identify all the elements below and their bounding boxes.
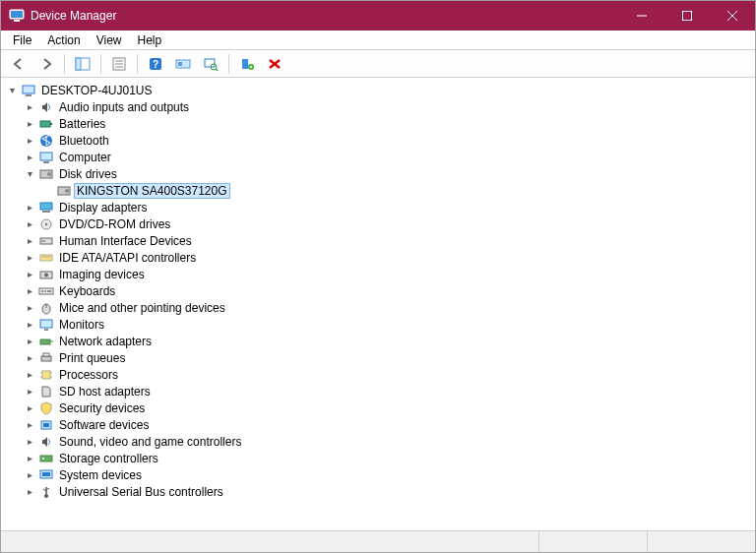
svg-rect-59 [43,353,49,356]
chevron-right-icon[interactable]: ▸ [23,385,36,399]
tree-item-bluetooth[interactable]: ▸ Bluetooth [21,132,753,149]
chevron-right-icon[interactable]: ▸ [23,234,36,248]
tree-item-software[interactable]: ▸ Software devices [21,416,753,433]
tree-item-sd-host[interactable]: ▸ SD host adapters [21,383,753,399]
chevron-right-icon[interactable]: ▸ [23,284,36,298]
menu-file[interactable]: File [5,31,39,49]
menu-help[interactable]: Help [130,31,170,49]
usb-icon [38,484,54,500]
tree-item-keyboards[interactable]: ▸ Keyboards [21,282,753,299]
device-tree-pane[interactable]: ▾ DESKTOP-4UJ01US ▸ Audio inputs and out… [1,78,755,530]
chevron-down-icon[interactable]: ▾ [23,167,36,181]
tree-item-disk-drives[interactable]: ▾ Disk drives [21,165,753,182]
show-console-tree-button[interactable] [71,53,94,75]
chevron-right-icon[interactable]: ▸ [23,452,36,465]
chevron-right-icon[interactable]: ▸ [23,318,36,332]
chevron-right-icon[interactable]: ▸ [23,351,36,365]
cpu-icon [38,367,54,383]
forward-button[interactable] [34,53,58,75]
close-button[interactable] [710,1,755,31]
svg-rect-44 [40,255,52,261]
tree-item-sound[interactable]: ▸ Sound, video and game controllers [21,433,753,450]
chevron-right-icon[interactable]: ▸ [23,368,36,382]
svg-rect-56 [40,339,50,344]
svg-rect-54 [40,320,52,328]
svg-rect-8 [76,58,81,70]
computer-root-icon [21,83,36,98]
system-device-icon [38,467,54,483]
svg-rect-28 [40,121,50,127]
chevron-right-icon[interactable]: ▸ [23,268,36,281]
chevron-right-icon[interactable]: ▸ [23,435,36,449]
network-adapter-icon [38,334,54,349]
tree-item-computer[interactable]: ▸ Computer [21,149,753,165]
status-cell [1,531,538,552]
bluetooth-icon [38,133,54,149]
chevron-right-icon[interactable]: ▸ [23,217,36,231]
menu-view[interactable]: View [89,31,130,49]
svg-rect-66 [43,423,49,427]
maximize-button[interactable] [664,1,710,31]
chevron-right-icon[interactable]: ▸ [23,401,36,415]
svg-rect-70 [42,472,50,476]
toolbar: ? [1,50,755,78]
svg-point-71 [44,494,48,498]
monitor-icon [38,317,54,333]
status-cell [538,531,647,552]
tree-item-network[interactable]: ▸ Network adapters [21,333,753,349]
chevron-right-icon[interactable]: ▸ [23,335,36,348]
tree-item-audio[interactable]: ▸ Audio inputs and outputs [21,98,753,115]
camera-icon [38,267,54,282]
chevron-right-icon[interactable]: ▸ [23,251,36,265]
properties-button[interactable] [107,53,131,75]
chevron-right-icon[interactable]: ▸ [23,134,36,148]
speaker-icon [38,434,54,450]
speaker-icon [38,99,54,115]
tree-item-mice[interactable]: ▸ Mice and other pointing devices [21,299,753,316]
svg-rect-55 [44,329,48,331]
chevron-right-icon[interactable]: ▸ [23,468,36,482]
chevron-right-icon[interactable]: ▸ [23,100,36,114]
update-driver-button[interactable] [171,53,195,75]
disk-drive-icon [38,166,54,182]
svg-rect-26 [23,86,34,93]
chevron-right-icon[interactable]: ▸ [23,151,36,164]
tree-item-batteries[interactable]: ▸ Batteries [21,115,753,132]
tree-item-dvd[interactable]: ▸ DVD/CD-ROM drives [21,215,753,232]
svg-rect-37 [40,203,52,210]
chevron-right-icon[interactable]: ▸ [23,485,36,499]
disable-device-button[interactable] [263,53,286,75]
tree-item-monitors[interactable]: ▸ Monitors [21,316,753,333]
printer-icon [38,350,54,366]
tree-item-display[interactable]: ▸ Display adapters [21,199,753,215]
back-button[interactable] [7,53,31,75]
svg-rect-4 [683,12,692,21]
minimize-button[interactable] [619,1,664,31]
tree-item-ide[interactable]: ▸ IDE ATA/ATAPI controllers [21,249,753,266]
help-button[interactable]: ? [144,53,167,75]
tree-item-processors[interactable]: ▸ Processors [21,366,753,383]
svg-rect-16 [178,62,182,66]
tree-item-disk-kingston[interactable]: ▸ KINGSTON SA400S37120G [38,182,753,199]
svg-rect-67 [40,456,52,461]
sd-card-icon [38,384,54,399]
tree-item-usb[interactable]: ▸ Universal Serial Bus controllers [21,483,753,500]
chevron-right-icon[interactable]: ▸ [23,418,36,432]
chevron-right-icon[interactable]: ▸ [23,301,36,315]
tree-item-storage-controllers[interactable]: ▸ Storage controllers [21,450,753,466]
scan-hardware-button[interactable] [199,53,222,75]
tree-root[interactable]: ▾ DESKTOP-4UJ01US [3,82,753,98]
tree-item-hid[interactable]: ▸ Human Interface Devices [21,232,753,249]
chevron-right-icon[interactable]: ▸ [23,201,36,215]
menu-action[interactable]: Action [39,31,88,49]
chevron-right-icon[interactable]: ▸ [23,117,36,131]
monitor-icon [38,150,54,165]
tree-item-system[interactable]: ▸ System devices [21,466,753,483]
tree-item-imaging[interactable]: ▸ Imaging devices [21,266,753,282]
uninstall-device-button[interactable] [235,53,259,75]
tree-item-security[interactable]: ▸ Security devices [21,399,753,416]
svg-line-19 [216,69,218,71]
tree-item-print-queues[interactable]: ▸ Print queues [21,349,753,366]
menu-bar: File Action View Help [1,31,755,50]
chevron-down-icon[interactable]: ▾ [5,84,19,97]
